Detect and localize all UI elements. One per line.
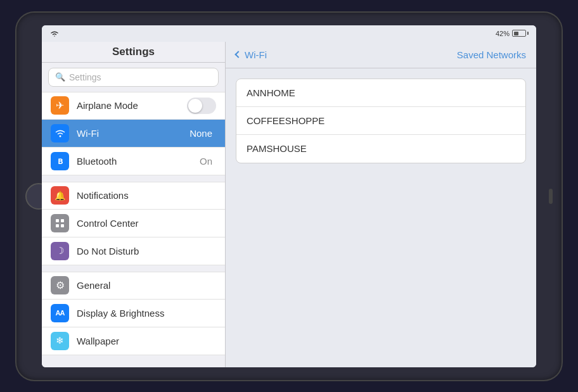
control-center-icon	[51, 214, 69, 232]
bluetooth-icon: ʙ	[51, 152, 69, 170]
network-item-coffeeshoppe[interactable]: COFFEESHOPPE	[236, 107, 525, 135]
sidebar-list: ✈ Airplane Mode	[42, 92, 225, 367]
sidebar-item-do-not-disturb[interactable]: ☽ Do Not Disturb	[42, 237, 225, 265]
search-bar[interactable]: 🔍 Settings	[48, 68, 219, 87]
status-bar: 42%	[42, 25, 536, 42]
search-icon: 🔍	[55, 72, 65, 82]
svg-rect-1	[56, 219, 59, 222]
wifi-value: None	[189, 128, 212, 139]
control-center-svg	[55, 218, 65, 229]
battery-fill	[514, 32, 518, 35]
wifi-icon	[51, 124, 69, 142]
sidebar-item-wifi[interactable]: Wi-Fi None	[42, 120, 225, 148]
general-label: General	[77, 280, 216, 291]
display-label: Display & Brightness	[77, 308, 216, 319]
status-bar-left	[49, 30, 60, 37]
chevron-left-icon	[234, 51, 241, 58]
screen: 42% Settings 🔍 Settings	[42, 25, 536, 367]
wallpaper-label: Wallpaper	[77, 336, 216, 346]
device-frame: 42% Settings 🔍 Settings	[16, 13, 562, 380]
right-panel: Wi-Fi Saved Networks ANNHOME COFFEESHOPP…	[226, 42, 536, 367]
networks-list: ANNHOME COFFEESHOPPE PAMSHOUSE	[236, 79, 526, 163]
sidebar-item-control-center[interactable]: Control Center	[42, 210, 225, 237]
sidebar-section-connectivity: ✈ Airplane Mode	[42, 92, 225, 175]
sidebar-item-bluetooth[interactable]: ʙ Bluetooth On	[42, 148, 225, 175]
do-not-disturb-icon: ☽	[51, 242, 69, 260]
control-center-label: Control Center	[77, 218, 216, 229]
network-name-coffeeshoppe: COFFEESHOPPE	[247, 115, 324, 126]
wifi-status-icon	[49, 30, 60, 37]
battery-icon	[512, 30, 529, 37]
section-gap-1	[42, 175, 225, 182]
sidebar-item-display[interactable]: AA Display & Brightness	[42, 300, 225, 327]
svg-rect-4	[61, 224, 64, 227]
network-item-annhome[interactable]: ANNHOME	[236, 79, 525, 107]
svg-point-0	[59, 136, 61, 137]
network-name-annhome: ANNHOME	[247, 87, 295, 98]
back-label: Wi-Fi	[245, 49, 267, 60]
toggle-knob	[188, 99, 202, 113]
svg-rect-2	[61, 219, 64, 222]
bluetooth-label: Bluetooth	[77, 156, 192, 167]
sidebar-section-general: ⚙ General AA Display & Brightness ❄ Wall…	[42, 272, 225, 355]
notifications-icon: 🔔	[51, 186, 69, 205]
general-icon: ⚙	[51, 276, 69, 294]
sidebar-item-notifications[interactable]: 🔔 Notifications	[42, 182, 225, 210]
search-bar-placeholder: Settings	[69, 72, 101, 82]
notifications-label: Notifications	[77, 190, 216, 201]
airplane-mode-toggle[interactable]	[187, 98, 216, 114]
battery-tip	[527, 32, 529, 35]
battery-body	[512, 30, 526, 37]
wallpaper-icon: ❄	[51, 332, 69, 350]
sidebar-item-airplane-mode[interactable]: ✈ Airplane Mode	[42, 92, 225, 120]
status-bar-right: 42%	[496, 30, 529, 37]
wifi-svg	[55, 129, 66, 137]
sidebar: Settings 🔍 Settings ✈ Airplane Mode	[42, 42, 226, 367]
airplane-mode-label: Airplane Mode	[77, 100, 179, 111]
sidebar-item-general[interactable]: ⚙ General	[42, 272, 225, 300]
main-content: Settings 🔍 Settings ✈ Airplane Mode	[42, 42, 536, 367]
svg-rect-3	[56, 224, 59, 227]
sidebar-header: Settings	[42, 42, 225, 63]
back-button[interactable]: Wi-Fi	[236, 49, 267, 60]
battery-percent: 42%	[496, 30, 510, 37]
bluetooth-value: On	[200, 156, 212, 167]
section-gap-2	[42, 265, 225, 272]
saved-networks-button[interactable]: Saved Networks	[457, 49, 526, 60]
wifi-label: Wi-Fi	[77, 128, 182, 139]
search-bar-wrap: 🔍 Settings	[42, 63, 225, 92]
sidebar-item-wallpaper[interactable]: ❄ Wallpaper	[42, 327, 225, 355]
network-name-pamshouse: PAMSHOUSE	[247, 143, 307, 154]
right-header: Wi-Fi Saved Networks	[226, 42, 536, 68]
sidebar-section-notifications: 🔔 Notifications	[42, 182, 225, 265]
display-icon: AA	[51, 304, 69, 322]
airplane-mode-icon: ✈	[51, 96, 69, 115]
do-not-disturb-label: Do Not Disturb	[77, 246, 216, 256]
network-item-pamshouse[interactable]: PAMSHOUSE	[236, 135, 525, 163]
side-button[interactable]	[549, 189, 553, 204]
